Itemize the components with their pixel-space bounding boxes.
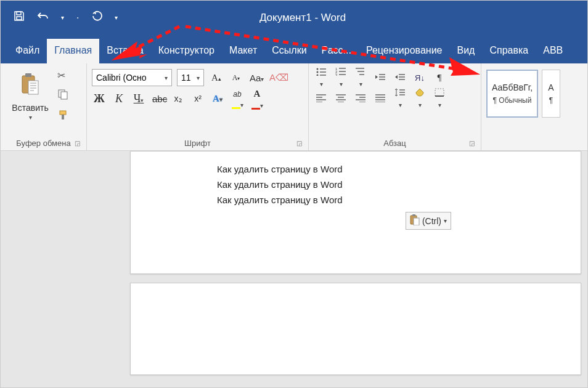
- svg-rect-43: [375, 97, 385, 98]
- undo-icon[interactable]: [36, 10, 50, 25]
- svg-rect-16: [339, 68, 346, 69]
- chevron-down-icon: ▾: [197, 75, 200, 81]
- svg-rect-8: [62, 115, 64, 119]
- group-clipboard-label: Буфер обмена ◲: [6, 136, 81, 149]
- group-clipboard: Вставить ▾ ✂ Буфер обмена ◲: [1, 63, 87, 150]
- tab-help[interactable]: Справка: [482, 39, 536, 63]
- tab-mailings[interactable]: Расс...: [314, 39, 359, 63]
- tab-review[interactable]: Рецензирование: [359, 39, 450, 63]
- numbering-icon[interactable]: 123▾: [333, 67, 348, 88]
- group-styles: АаБбВвГг, ¶ Обычный А ¶: [481, 63, 587, 150]
- svg-rect-36: [336, 99, 346, 100]
- bullets-icon[interactable]: ▾: [314, 67, 329, 88]
- svg-rect-47: [399, 92, 405, 93]
- undo-dropdown-icon[interactable]: ▾: [61, 14, 64, 21]
- chevron-down-icon: ▾: [444, 217, 447, 224]
- multilevel-list-icon[interactable]: ▾: [353, 67, 368, 88]
- increase-indent-icon[interactable]: [393, 73, 407, 83]
- font-launcher-icon[interactable]: ◲: [296, 140, 302, 147]
- svg-rect-49: [435, 89, 444, 96]
- quick-access-toolbar: ▾ · ▾: [13, 10, 118, 25]
- svg-rect-3: [25, 73, 31, 77]
- style-other[interactable]: А ¶: [542, 70, 560, 118]
- tab-view[interactable]: Вид: [449, 39, 482, 63]
- qat-customize-icon[interactable]: ▾: [115, 14, 118, 21]
- group-font-label: Шрифт ◲: [92, 136, 303, 149]
- tab-insert[interactable]: Вставка: [99, 39, 150, 63]
- save-icon[interactable]: [13, 10, 25, 25]
- strikethrough-button[interactable]: abc: [151, 94, 166, 104]
- align-left-icon[interactable]: [314, 94, 329, 104]
- document-line[interactable]: Как удалить страницу в Word: [217, 164, 494, 174]
- format-painter-icon[interactable]: [57, 110, 68, 123]
- svg-rect-23: [359, 74, 364, 75]
- tab-abbyy[interactable]: ABB: [536, 39, 570, 63]
- show-marks-icon[interactable]: ¶: [432, 73, 447, 83]
- highlight-color-icon[interactable]: ab▾: [230, 88, 245, 109]
- redo-icon[interactable]: [91, 10, 104, 25]
- title-bar: ▾ · ▾ Документ1 - Word: [1, 1, 587, 34]
- sort-icon[interactable]: Я↓: [412, 73, 427, 83]
- superscript-button[interactable]: x²: [190, 94, 205, 103]
- shrink-font-icon[interactable]: A▾: [229, 73, 243, 83]
- svg-rect-25: [379, 76, 385, 78]
- page-1[interactable]: Как удалить страницу в Word Как удалить …: [130, 151, 581, 274]
- align-center-icon[interactable]: [333, 94, 348, 104]
- justify-icon[interactable]: [373, 94, 388, 104]
- chevron-down-icon: ▾: [165, 75, 168, 81]
- copy-icon[interactable]: [57, 89, 68, 102]
- svg-rect-40: [356, 99, 365, 100]
- tab-file[interactable]: Файл: [8, 39, 47, 63]
- change-case-icon[interactable]: Aa▾: [248, 73, 263, 83]
- borders-icon[interactable]: ▾: [432, 88, 447, 109]
- page-2[interactable]: [130, 283, 581, 375]
- svg-rect-33: [316, 102, 322, 102]
- cut-icon[interactable]: ✂: [57, 70, 68, 81]
- svg-rect-22: [357, 71, 364, 72]
- underline-button[interactable]: Ч▾: [131, 92, 146, 105]
- text-effects-icon[interactable]: A▾: [210, 94, 225, 104]
- tab-references[interactable]: Ссылки: [264, 39, 314, 63]
- clipboard-launcher-icon[interactable]: ◲: [75, 140, 80, 147]
- style-normal[interactable]: АаБбВвГг, ¶ Обычный: [486, 70, 538, 118]
- svg-point-11: [317, 71, 319, 73]
- document-line[interactable]: Как удалить страницу в Word: [217, 195, 494, 205]
- paste-dropdown-icon[interactable]: ▾: [29, 114, 32, 121]
- svg-rect-48: [399, 94, 405, 95]
- italic-button[interactable]: К: [112, 92, 126, 105]
- paste-options-popup[interactable]: (Ctrl) ▾: [406, 212, 451, 230]
- svg-rect-38: [356, 94, 365, 95]
- font-color-icon[interactable]: A▾: [250, 88, 264, 110]
- paste-label: Вставить: [12, 103, 48, 113]
- decrease-indent-icon[interactable]: [373, 73, 388, 83]
- svg-rect-7: [60, 111, 66, 115]
- paste-button[interactable]: Вставить ▾: [6, 67, 55, 126]
- svg-rect-29: [399, 79, 405, 80]
- tab-design[interactable]: Конструктор: [151, 39, 222, 63]
- svg-rect-28: [399, 76, 405, 78]
- line-spacing-icon[interactable]: ▾: [393, 88, 407, 109]
- svg-rect-34: [336, 94, 346, 95]
- subscript-button[interactable]: x₂: [171, 94, 186, 103]
- bold-button[interactable]: Ж: [92, 92, 107, 105]
- document-title: Документ1 - Word: [259, 12, 346, 24]
- tab-home[interactable]: Главная: [47, 39, 99, 63]
- svg-point-9: [317, 68, 319, 70]
- svg-point-13: [317, 75, 319, 76]
- svg-rect-35: [338, 97, 344, 98]
- ribbon-tabs: Файл Главная Вставка Конструктор Макет С…: [1, 34, 587, 63]
- svg-rect-52: [412, 214, 415, 216]
- document-line[interactable]: Как удалить страницу в Word: [217, 179, 494, 190]
- grow-font-icon[interactable]: A▴: [209, 73, 224, 83]
- shading-icon[interactable]: ▾: [412, 88, 427, 109]
- svg-rect-21: [356, 68, 364, 69]
- align-right-icon[interactable]: [353, 94, 368, 104]
- svg-rect-1: [17, 17, 22, 20]
- svg-rect-26: [379, 79, 385, 80]
- svg-rect-46: [399, 89, 405, 91]
- paragraph-launcher-icon[interactable]: ◲: [469, 140, 475, 147]
- font-name-combo[interactable]: Calibri (Осно ▾: [92, 69, 172, 86]
- clear-formatting-icon[interactable]: A⌫: [268, 72, 283, 83]
- tab-layout[interactable]: Макет: [222, 39, 264, 63]
- font-size-combo[interactable]: 11 ▾: [177, 69, 204, 86]
